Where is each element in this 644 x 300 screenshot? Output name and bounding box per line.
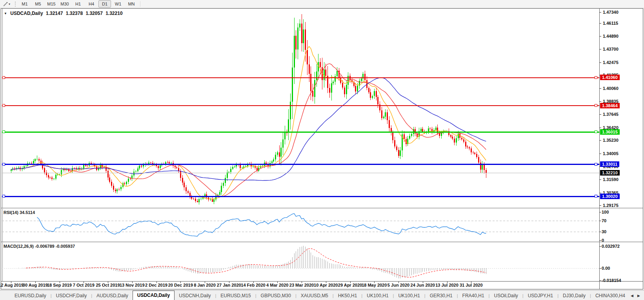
chart-canvas[interactable]	[0, 0, 644, 300]
current-price-label: 1.32210	[600, 170, 620, 176]
price-axis-tick[interactable]: 1.40060	[603, 86, 619, 91]
chart-tab-dj30-daily[interactable]: DJ30,Daily	[558, 292, 590, 300]
price-axis-tick[interactable]: 1.42475	[603, 60, 619, 65]
chart-tab-eurusd-daily[interactable]: EURUSD,Daily	[10, 292, 51, 300]
chart-tab-usdjpy-h1[interactable]: USDJPY,H1	[524, 292, 557, 300]
time-axis-label[interactable]: 23 Mar 2020	[289, 283, 314, 287]
chart-symbol-label: USDCAD,Daily	[10, 11, 43, 16]
price-axis-tick[interactable]: 1.44890	[603, 34, 619, 38]
time-axis-label[interactable]: 14 Feb 2020	[241, 283, 265, 287]
tab-scroll-right-icon[interactable]: ▶	[637, 294, 640, 298]
chart-tab-xauusd-m5[interactable]: XAUUSD,M5	[297, 292, 333, 300]
rsi-scale-tick[interactable]: 70	[602, 218, 606, 223]
tab-scroll-arrows: ◀ ▶	[627, 290, 644, 300]
rsi-scale-tick[interactable]: 0	[602, 238, 604, 243]
time-axis-label[interactable]: 12 Aug 2019	[0, 283, 24, 287]
time-axis-label[interactable]: 18 Sep 2019	[47, 283, 72, 287]
chart-tab-china300-h4[interactable]: CHINA300,H4	[591, 292, 629, 300]
time-axis-label[interactable]: 25 Oct 2019	[96, 283, 120, 287]
rsi-scale-tick[interactable]: 100	[602, 210, 609, 214]
chart-tab-uk100-h1[interactable]: UK100,H1	[394, 292, 424, 300]
rsi-indicator-label: RSI(14) 34.5114	[4, 210, 35, 215]
chart-window: ▼ USDCAD,Daily 1.32147 1.32378 1.32057 1…	[0, 0, 644, 300]
time-axis-label[interactable]: 27 Jan 2020	[217, 283, 241, 287]
time-axis-label[interactable]: 24 Jun 2020	[411, 283, 435, 287]
chart-tab-hk50-h1[interactable]: HK50,H1	[334, 292, 362, 300]
time-axis-label[interactable]: 18 May 2020	[362, 283, 387, 287]
hline-price-label[interactable]: 1.38464	[600, 103, 620, 108]
ohlc-close: 1.32210	[106, 11, 122, 16]
chart-tab-ger30-h1[interactable]: GER30,H1	[426, 292, 457, 300]
chart-title: ▼ USDCAD,Daily 1.32147 1.32378 1.32057 1…	[4, 11, 124, 16]
symbol-dropdown-icon[interactable]: ▼	[4, 12, 7, 15]
price-axis-tick[interactable]: 1.31590	[603, 177, 619, 182]
time-axis-label[interactable]: 13 Nov 2019	[120, 283, 145, 287]
chart-tab-usdchf-daily[interactable]: USDCHF,Daily	[52, 292, 91, 300]
macd-indicator-label: MACD(12,26,9) -0.006789 -0.005937	[4, 244, 75, 249]
price-axis-tick[interactable]: 1.37645	[603, 112, 619, 117]
time-axis-label[interactable]: 29 Apr 2020	[338, 283, 362, 287]
time-axis-label[interactable]: 5 Jun 2020	[387, 283, 409, 287]
mt4-application: { "toolbar": { "timeframes": ["M1","M5",…	[0, 0, 644, 300]
chart-tab-eurusd-m15[interactable]: EURUSD,M15	[216, 292, 255, 300]
chart-tab-usdcad-daily[interactable]: USDCAD,Daily	[133, 291, 175, 300]
time-axis-label[interactable]: 31 Jul 2020	[460, 283, 483, 287]
time-axis-label[interactable]: 20 Dec 2019	[168, 283, 193, 287]
ohlc-low: 1.32057	[86, 11, 102, 16]
chart-tab-usoil-daily[interactable]: USOil,Daily	[489, 292, 522, 300]
macd-scale-tick[interactable]: 0.00	[602, 266, 610, 271]
price-axis-tick[interactable]: 1.46115	[603, 21, 618, 26]
price-axis-tick[interactable]: 1.35230	[603, 138, 619, 143]
price-axis-tick[interactable]: 1.29175	[603, 203, 619, 208]
hline-price-label[interactable]: 1.33011	[600, 161, 619, 167]
price-axis-tick[interactable]: 1.47340	[603, 10, 619, 15]
hline-price-label[interactable]: 1.36015	[600, 129, 620, 135]
chart-tab-audusd-daily[interactable]: AUDUSD,Daily	[92, 292, 133, 300]
tab-scroll-left-icon[interactable]: ◀	[631, 294, 633, 298]
time-axis-label[interactable]: 30 Aug 2019	[23, 283, 48, 287]
time-axis-label[interactable]: 2 Dec 2019	[145, 283, 167, 287]
chart-tab-uk100-h1[interactable]: UK100,H1	[362, 292, 393, 300]
time-axis-label[interactable]: 8 Jan 2020	[194, 283, 216, 287]
time-axis-label[interactable]: 13 Jul 2020	[435, 283, 458, 287]
macd-scale-tick[interactable]: -0.018154	[602, 278, 621, 283]
chart-tab-gbpusd-m30[interactable]: GBPUSD,M30	[257, 292, 295, 300]
time-axis-label[interactable]: 10 Apr 2020	[314, 283, 338, 287]
chart-tab-bar: EURUSD,Daily|USDCHF,Daily|AUDUSD,DailyUS…	[0, 290, 644, 300]
hline-price-label[interactable]: 1.30020	[600, 194, 620, 199]
ohlc-open: 1.32147	[46, 11, 63, 16]
chart-tab-fra40-h1[interactable]: FRA40,H1	[458, 292, 489, 300]
hline-price-label[interactable]: 1.41060	[600, 75, 620, 80]
price-axis-tick[interactable]: 1.43700	[603, 47, 619, 51]
ohlc-high: 1.32378	[66, 11, 83, 16]
time-axis-label[interactable]: 4 Mar 2020	[266, 283, 288, 287]
price-axis-tick[interactable]: 1.34005	[603, 151, 619, 156]
macd-scale-tick[interactable]: 0.032972	[602, 244, 620, 249]
rsi-scale-tick[interactable]: 30	[602, 229, 606, 234]
chart-tab-usdcnh-daily[interactable]: USDCNH,Daily	[175, 292, 215, 300]
time-axis-label[interactable]: 7 Oct 2019	[73, 283, 95, 287]
